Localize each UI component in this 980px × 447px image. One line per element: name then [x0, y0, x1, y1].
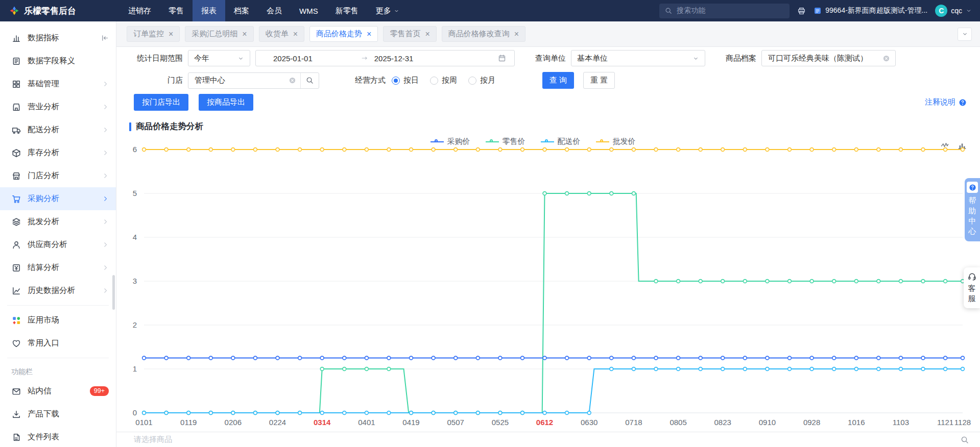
note-link[interactable]: 注释说明: [925, 97, 967, 107]
chevron-right-icon: [102, 195, 109, 202]
product-select-bar[interactable]: 请选择商品: [116, 432, 980, 447]
sidebar-quick-list: 应用市场常用入口: [0, 309, 116, 355]
help-center-widget[interactable]: 帮助中心: [965, 178, 980, 241]
export-by-product-button[interactable]: 按商品导出: [199, 94, 253, 111]
nav-item-wms[interactable]: WMS: [291, 0, 327, 21]
nav-item-reports[interactable]: 报表: [193, 0, 225, 21]
sidebar-item-supplier-analysis[interactable]: 供应商分析: [0, 233, 116, 256]
sidebar-item-store-analysis[interactable]: 门店分析: [0, 164, 116, 187]
date-range-picker[interactable]: 2025-01-01 2025-12-31: [255, 50, 515, 66]
sidebar-item-delivery-analysis[interactable]: 配送分析: [0, 118, 116, 141]
close-tab-icon[interactable]: ×: [367, 30, 371, 38]
mode-radio-by-day[interactable]: 按日: [392, 76, 419, 85]
product-archive-input[interactable]: 可口可乐经典美味（陈测试）: [761, 50, 896, 66]
store-input[interactable]: 管理中心: [188, 72, 319, 89]
search-icon: [306, 77, 314, 84]
collapse-sidebar-icon[interactable]: [101, 34, 109, 42]
nav-item-purchase-sales-stock[interactable]: 进销存: [119, 0, 160, 21]
radio-dot: [430, 77, 438, 85]
nav-item-retail[interactable]: 零售: [160, 0, 193, 21]
sidebar-item-product-download[interactable]: 产品下载: [0, 403, 116, 426]
nav-item-members[interactable]: 会员: [258, 0, 291, 21]
date-end-value: 2025-12-31: [374, 54, 414, 63]
sidebar-item-purchase-analysis[interactable]: 采购分析: [0, 187, 116, 210]
sidebar-item-wholesale-analysis[interactable]: 批发分析: [0, 210, 116, 233]
sidebar-item-field-dictionary[interactable]: 数据字段释义: [0, 49, 116, 72]
store-analysis-icon: [11, 171, 21, 181]
svg-text:0119: 0119: [180, 418, 197, 427]
date-preset-select[interactable]: 今年: [188, 50, 250, 66]
sidebar-item-base-management[interactable]: 基础管理: [0, 72, 116, 95]
tab-product-price-trend[interactable]: 商品价格走势×: [309, 26, 378, 42]
chevron-right-icon: [102, 218, 109, 225]
unit-select[interactable]: 基本单位: [571, 50, 705, 66]
close-tab-icon[interactable]: ×: [293, 30, 298, 38]
sidebar-item-file-list[interactable]: 文件列表: [0, 426, 116, 447]
product-select-placeholder: 请选择商品: [134, 435, 172, 444]
price-trend-chart-area: 采购价零售价配送价批发价 012345601010119020602240314…: [116, 133, 980, 432]
tenant-info[interactable]: 99664-新界面商超版测试-管理...: [814, 6, 927, 15]
chevron-right-icon: [102, 264, 109, 271]
svg-text:1103: 1103: [893, 418, 909, 427]
clear-icon[interactable]: [882, 55, 890, 62]
delivery-analysis-icon: [11, 126, 21, 135]
divider: [7, 305, 109, 306]
clear-icon[interactable]: [289, 77, 296, 84]
inventory-analysis-icon: [11, 148, 21, 158]
sidebar-item-metrics[interactable]: 数据指标: [0, 27, 116, 49]
store-search-button[interactable]: [300, 73, 319, 88]
query-button[interactable]: 查 询: [542, 72, 574, 89]
sidebar-item-inbox[interactable]: 站内信99+: [0, 380, 116, 403]
filter-row-3: 按门店导出 按商品导出 注释说明: [116, 94, 980, 111]
customer-service-widget[interactable]: 客服: [964, 267, 980, 308]
arrow-right-icon: [361, 55, 368, 62]
tab-receiving-order[interactable]: 收货单×: [259, 26, 304, 42]
tab-purchase-summary-detail[interactable]: 采购汇总明细×: [185, 26, 253, 42]
svg-text:0630: 0630: [581, 418, 597, 427]
inbox-icon: [11, 387, 21, 396]
sidebar-item-business-analysis[interactable]: 营业分析: [0, 95, 116, 118]
svg-text:0224: 0224: [269, 418, 286, 427]
svg-text:1128: 1128: [954, 418, 971, 427]
sidebar-item-inventory-analysis[interactable]: 库存分析: [0, 141, 116, 164]
sidebar-item-app-market[interactable]: 应用市场: [0, 309, 116, 332]
sidebar-item-history-analysis[interactable]: 历史数据分析: [0, 279, 116, 302]
chevron-right-icon: [102, 150, 109, 156]
question-icon: [959, 98, 967, 107]
close-tab-icon[interactable]: ×: [169, 30, 173, 38]
top-navbar: 乐檬零售后台 进销存零售报表档案会员WMS新零售更多 搜索功能 99664-新界…: [0, 0, 980, 21]
user-menu[interactable]: C cqc: [935, 5, 972, 17]
store-label: 门店: [134, 76, 183, 85]
help-center-label: 帮助中心: [969, 195, 976, 236]
svg-text:0805: 0805: [670, 418, 686, 427]
nav-item-more[interactable]: 更多: [367, 0, 408, 21]
reset-button[interactable]: 重 置: [583, 72, 615, 89]
file-list-icon: [11, 433, 21, 442]
global-search-input[interactable]: 搜索功能: [659, 4, 790, 18]
sidebar-item-favorites[interactable]: 常用入口: [0, 332, 116, 355]
tab-order-monitor[interactable]: 订单监控×: [127, 26, 180, 42]
brand-name: 乐檬零售后台: [24, 5, 76, 17]
search-icon[interactable]: [961, 436, 969, 444]
price-trend-chart[interactable]: 0123456010101190206022403140401041905070…: [116, 133, 980, 432]
tab-price-modify-query[interactable]: 商品价格修改查询×: [442, 26, 525, 42]
tab-list-dropdown-button[interactable]: [958, 28, 972, 41]
svg-text:0910: 0910: [759, 418, 776, 427]
printer-icon[interactable]: [797, 7, 806, 15]
mode-radio-by-month[interactable]: 按月: [468, 76, 495, 85]
nav-item-new-retail[interactable]: 新零售: [327, 0, 367, 21]
filter-row-1: 统计日期范围 今年 2025-01-01 2025-12-31 查询单位 基本单…: [116, 50, 980, 66]
sidebar-item-settlement-analysis[interactable]: 结算分析: [0, 256, 116, 279]
nav-item-archives[interactable]: 档案: [225, 0, 258, 21]
tab-retail-home[interactable]: 零售首页×: [383, 26, 436, 42]
close-tab-icon[interactable]: ×: [242, 30, 247, 38]
sidebar-scrollbar[interactable]: [112, 275, 115, 310]
svg-text:0718: 0718: [625, 418, 642, 427]
mode-radio-by-week[interactable]: 按周: [430, 76, 457, 85]
svg-text:0525: 0525: [492, 418, 509, 427]
chevron-right-icon: [102, 241, 109, 248]
title-accent-bar: [129, 122, 131, 131]
close-tab-icon[interactable]: ×: [425, 30, 429, 38]
export-by-store-button[interactable]: 按门店导出: [134, 94, 188, 111]
close-tab-icon[interactable]: ×: [514, 30, 519, 38]
